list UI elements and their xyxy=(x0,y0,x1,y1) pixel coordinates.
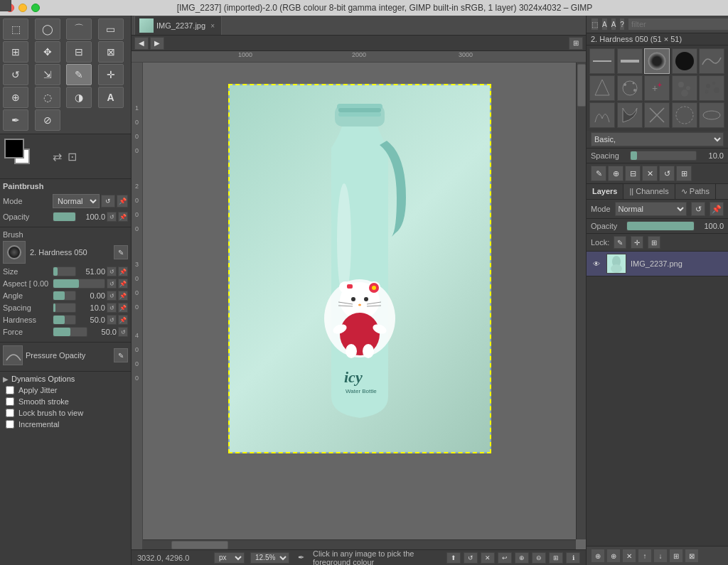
fullscreen-btn[interactable]: ⊞ xyxy=(549,552,563,564)
zoom-out-btn[interactable]: ⊖ xyxy=(532,552,546,564)
brush-item-3-hardness050[interactable] xyxy=(644,48,670,74)
brush-item-1[interactable] xyxy=(589,48,615,74)
mode-dropdown[interactable]: Normal xyxy=(53,194,100,208)
minimize-button[interactable] xyxy=(18,4,27,12)
brush-panel-icon2[interactable]: A xyxy=(601,18,608,31)
brush-panel-icon1[interactable]: ⬚ xyxy=(591,18,599,31)
brush-duplicate-action[interactable]: ⊕ xyxy=(608,166,623,181)
export-icon-btn[interactable]: ⬆ xyxy=(446,552,461,564)
foreground-color-swatch[interactable] xyxy=(4,139,24,158)
brush-item-14[interactable] xyxy=(672,102,697,128)
text-tool[interactable]: A xyxy=(98,87,124,108)
spacing-slider[interactable] xyxy=(53,303,76,313)
zoom-select[interactable]: 12.5% 25% 50% 100% xyxy=(250,552,289,564)
brush-item-9[interactable] xyxy=(672,75,697,101)
brush-item-10[interactable] xyxy=(699,75,724,101)
spacing-reset-btn[interactable]: ↺ xyxy=(107,303,117,313)
brush-copy-action[interactable]: ⊟ xyxy=(625,166,641,181)
lock-move-btn[interactable]: ✛ xyxy=(631,236,643,249)
clone-tool[interactable]: ⊕ xyxy=(3,87,28,108)
expand-icon[interactable]: ▶ xyxy=(3,375,9,383)
layers-mode-pin-btn[interactable]: 📌 xyxy=(710,202,724,216)
hardness-reset-btn[interactable]: ↺ xyxy=(107,315,117,325)
layers-tab-layers[interactable]: Layers xyxy=(587,184,623,199)
info-btn[interactable]: ℹ xyxy=(566,552,580,564)
size-reset-btn[interactable]: ↺ xyxy=(107,267,117,276)
angle-slider[interactable] xyxy=(53,291,76,301)
layers-tab-paths[interactable]: ∿ Paths xyxy=(675,184,716,199)
incremental-checkbox[interactable] xyxy=(6,420,14,429)
undo-status-btn[interactable]: ↺ xyxy=(464,552,478,564)
brush-item-7[interactable] xyxy=(617,75,643,101)
move-tool[interactable]: ✥ xyxy=(35,41,60,63)
layer-up-btn[interactable]: ↑ xyxy=(638,549,652,563)
brush-preset-dropdown[interactable]: Basic, Pencil Ink xyxy=(591,132,724,146)
close-status-btn[interactable]: ✕ xyxy=(481,552,495,564)
canvas-scrollbar-h[interactable] xyxy=(143,539,576,549)
layers-tab-channels[interactable]: || Channels xyxy=(623,184,675,199)
canvas-viewport[interactable]: icy Water Bottle xyxy=(143,63,586,549)
align-tool[interactable]: ⊟ xyxy=(66,41,92,63)
selection-rect-tool[interactable]: ▭ xyxy=(98,18,124,40)
heal-tool[interactable]: ✛ xyxy=(98,64,124,85)
layers-opacity-slider[interactable] xyxy=(626,221,695,231)
opacity-reset-btn[interactable]: ↺ xyxy=(107,212,117,222)
new-file-tool[interactable]: ⬚ xyxy=(3,18,28,40)
angle-pin-btn[interactable]: 📌 xyxy=(118,291,128,301)
fill-tool[interactable]: ⊞ xyxy=(3,41,28,63)
scrollbar-v-thumb[interactable] xyxy=(577,64,586,107)
dynamics-edit-button[interactable]: ✎ xyxy=(114,348,128,362)
lock-alpha-btn[interactable]: ⊞ xyxy=(648,236,660,249)
brush-spacing-slider[interactable] xyxy=(630,151,697,161)
hardness-slider[interactable] xyxy=(53,315,76,325)
brush-export-action[interactable]: ⊞ xyxy=(676,166,692,181)
layers-mode-dropdown[interactable]: Normal xyxy=(615,202,687,216)
brush-item-8[interactable]: + + xyxy=(644,75,670,101)
mode-reset-icon[interactable]: ↺ xyxy=(101,195,115,208)
layers-mode-reset-btn[interactable]: ↺ xyxy=(691,202,705,216)
apply-jitter-checkbox[interactable] xyxy=(6,386,14,394)
zoom-tool[interactable]: ⊘ xyxy=(35,109,60,131)
brush-item-12[interactable] xyxy=(617,102,643,128)
brush-panel-help[interactable]: ? xyxy=(619,18,625,31)
layer-delete-btn[interactable]: ✕ xyxy=(622,549,636,563)
canvas-scrollbar-v[interactable] xyxy=(576,63,586,539)
restore-status-btn[interactable]: ↩ xyxy=(498,552,512,564)
paintbrush-tool[interactable]: ✎ xyxy=(66,64,92,85)
brush-item-6[interactable] xyxy=(589,75,615,101)
scale-tool[interactable]: ⇲ xyxy=(35,64,60,85)
brush-item-2[interactable] xyxy=(617,48,643,74)
brush-item-11[interactable] xyxy=(589,102,615,128)
canvas-zoom-fit-btn[interactable]: ⊞ xyxy=(569,37,583,50)
layer-visibility-toggle[interactable]: 👁 xyxy=(591,258,602,269)
mode-pin-icon[interactable]: 📌 xyxy=(117,195,128,208)
layer-copy-btn[interactable]: ⊕ xyxy=(606,549,621,563)
zoom-in-btn[interactable]: ⊕ xyxy=(515,552,529,564)
brush-panel-icon3[interactable]: A xyxy=(611,18,617,31)
aspect-ratio-slider[interactable] xyxy=(53,279,105,289)
brush-item-4[interactable] xyxy=(672,48,697,74)
canvas-nav-btn[interactable]: ◀ xyxy=(134,37,149,50)
brush-delete-action[interactable]: ✕ xyxy=(642,166,658,181)
layer-down-btn[interactable]: ↓ xyxy=(653,549,668,563)
lock-paint-btn[interactable]: ✎ xyxy=(614,236,626,249)
layer-add-btn[interactable]: ⊕ xyxy=(591,549,605,563)
brush-edit-action[interactable]: ✎ xyxy=(591,166,606,181)
image-tab-close-button[interactable]: × xyxy=(208,21,217,30)
force-slider[interactable] xyxy=(53,327,87,337)
swap-colors-icon[interactable]: ⇄ xyxy=(53,150,62,163)
size-pin-btn[interactable]: 📌 xyxy=(118,267,128,276)
brushes-filter-input[interactable] xyxy=(628,18,728,31)
brush-refresh-action[interactable]: ↺ xyxy=(659,166,675,181)
opacity-slider[interactable] xyxy=(53,212,76,222)
layer-row[interactable]: 👁 IMG_2237.png xyxy=(587,252,728,276)
angle-reset-btn[interactable]: ↺ xyxy=(107,291,117,301)
brush-item-13[interactable] xyxy=(644,102,670,128)
crop-tool[interactable]: ⊠ xyxy=(98,41,124,63)
brush-edit-button[interactable]: ✎ xyxy=(114,245,128,259)
smooth-stroke-checkbox[interactable] xyxy=(6,397,14,406)
opacity-pin-btn[interactable]: 📌 xyxy=(118,212,128,222)
selection-ellipse-tool[interactable]: ◯ xyxy=(35,18,60,40)
spacing-pin-btn[interactable]: 📌 xyxy=(118,303,128,313)
selection-freehand-tool[interactable]: ⌒ xyxy=(66,18,92,40)
